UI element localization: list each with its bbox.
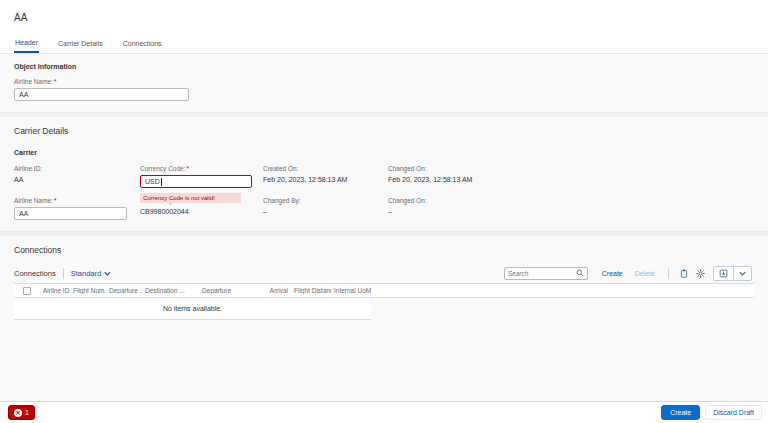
required-marker: *	[187, 165, 190, 172]
column-header-arrival[interactable]: Arrival	[234, 287, 291, 294]
content-filler	[0, 320, 768, 401]
currency-code-value: USD	[145, 178, 160, 185]
export-spreadsheet-icon[interactable]	[714, 267, 733, 280]
section-connections: Connections Connections Standard	[0, 236, 768, 320]
section-carrier-details: Carrier Details Carrier Airline ID: AA C…	[0, 117, 768, 231]
connections-section-title: Connections	[14, 245, 754, 255]
created-on-value: Feb 20, 2023, 12:58:13 AM	[263, 176, 378, 183]
field-changed-on-2: Changed On: –	[388, 197, 754, 220]
column-header-flight-distance[interactable]: Flight Distance	[291, 287, 331, 294]
table-settings-icon[interactable]	[692, 269, 709, 278]
create-draft-button[interactable]: Create	[661, 405, 700, 420]
search-input[interactable]	[508, 270, 576, 277]
airline-name-value: AA	[19, 91, 28, 98]
table-header-row: Airline ID Flight Num... Departure ... D…	[14, 284, 754, 298]
carrier-details-title: Carrier Details	[14, 126, 754, 136]
object-page-header: AA Header Carrier Details Connections	[0, 0, 768, 53]
column-header-destination[interactable]: Destination ...	[142, 287, 186, 294]
page-content: Object Information Airline Name:* AA Car…	[0, 54, 768, 401]
error-count: 1	[25, 409, 29, 416]
field-airline-name: Airline Name:* AA	[14, 197, 140, 220]
carrier-airline-name-value: AA	[19, 210, 28, 217]
text-caret	[161, 178, 162, 186]
connections-table: Connections Standard Create Delete	[14, 263, 754, 320]
column-header-departure-time[interactable]: Departure	[186, 287, 234, 294]
field-changed-on: Changed On: Feb 20, 2023, 12:58:13 AM	[388, 165, 754, 188]
field-currency-code: Currency Code:* USD Currency Code is not…	[140, 165, 263, 188]
chevron-down-icon	[104, 271, 111, 276]
view-selector-label: Standard	[71, 269, 101, 278]
required-marker: *	[54, 197, 57, 204]
view-selector[interactable]: Standard	[71, 269, 111, 278]
export-split-button	[713, 266, 752, 281]
delete-row-button[interactable]: Delete	[629, 270, 661, 277]
changed-on-label: Changed On:	[388, 165, 744, 172]
footer-bar: ✕ 1 Create Discard Draft	[0, 401, 768, 423]
create-row-button[interactable]: Create	[596, 270, 629, 277]
column-header-airline-id[interactable]: Airline ID	[40, 287, 70, 294]
carrier-airline-name-input[interactable]: AA	[14, 207, 127, 220]
changed-on-2-label: Changed On:	[388, 197, 744, 204]
export-menu-chevron-icon[interactable]	[733, 267, 751, 280]
anchor-tab-bar: Header Carrier Details Connections	[14, 39, 754, 53]
discard-draft-button[interactable]: Discard Draft	[705, 405, 762, 420]
created-by-value: CB9980002044	[140, 208, 253, 215]
toolbar-divider	[668, 268, 669, 279]
select-all-checkbox[interactable]	[14, 287, 40, 295]
changed-by-value: –	[263, 208, 378, 215]
changed-by-label: Changed By:	[263, 197, 378, 204]
airline-name-label: Airline Name:*	[14, 78, 754, 85]
carrier-fields-row1: Airline ID: AA Currency Code:* USD Curre…	[14, 165, 754, 188]
tab-carrier-details[interactable]: Carrier Details	[57, 39, 104, 53]
table-empty-message: No items available.	[14, 298, 371, 320]
column-header-internal-uom[interactable]: Internal UoM	[331, 287, 371, 294]
column-header-departure-airport[interactable]: Departure ...	[106, 287, 142, 294]
carrier-fields-row2: Airline Name:* AA Created By: CB99800020…	[14, 197, 754, 220]
toolbar-divider	[63, 268, 64, 279]
error-icon: ✕	[14, 409, 22, 417]
currency-code-label: Currency Code:*	[140, 165, 253, 172]
required-marker: *	[54, 78, 57, 85]
message-popover-button[interactable]: ✕ 1	[8, 405, 35, 420]
changed-on-2-value: –	[388, 208, 744, 215]
field-airline-id: Airline ID: AA	[14, 165, 140, 188]
currency-code-error-message: Currency Code is not valid!	[140, 193, 241, 203]
changed-on-value: Feb 20, 2023, 12:58:13 AM	[388, 176, 744, 183]
column-header-flight-number[interactable]: Flight Num...	[70, 287, 106, 294]
carrier-subsection-title: Carrier	[14, 149, 754, 156]
tab-header[interactable]: Header	[14, 39, 39, 53]
object-information-title: Object Information	[14, 63, 754, 70]
airline-id-value: AA	[14, 176, 130, 183]
airline-name-input[interactable]: AA	[14, 88, 189, 101]
table-title: Connections	[14, 269, 56, 278]
field-changed-by: Changed By: –	[263, 197, 388, 220]
page-title: AA	[14, 12, 754, 23]
search-icon[interactable]	[576, 269, 584, 277]
airline-name-label: Airline Name:*	[14, 197, 130, 204]
airline-id-label: Airline ID:	[14, 165, 130, 172]
checkbox-icon[interactable]	[23, 287, 31, 295]
paste-icon[interactable]	[676, 269, 692, 278]
field-created-on: Created On: Feb 20, 2023, 12:58:13 AM	[263, 165, 388, 188]
currency-code-input[interactable]: USD	[140, 175, 252, 188]
search-field[interactable]	[504, 267, 588, 280]
connections-table-toolbar: Connections Standard Create Delete	[14, 263, 754, 284]
section-object-information: Object Information Airline Name:* AA	[0, 54, 768, 112]
tab-connections[interactable]: Connections	[122, 39, 163, 53]
created-on-label: Created On:	[263, 165, 378, 172]
